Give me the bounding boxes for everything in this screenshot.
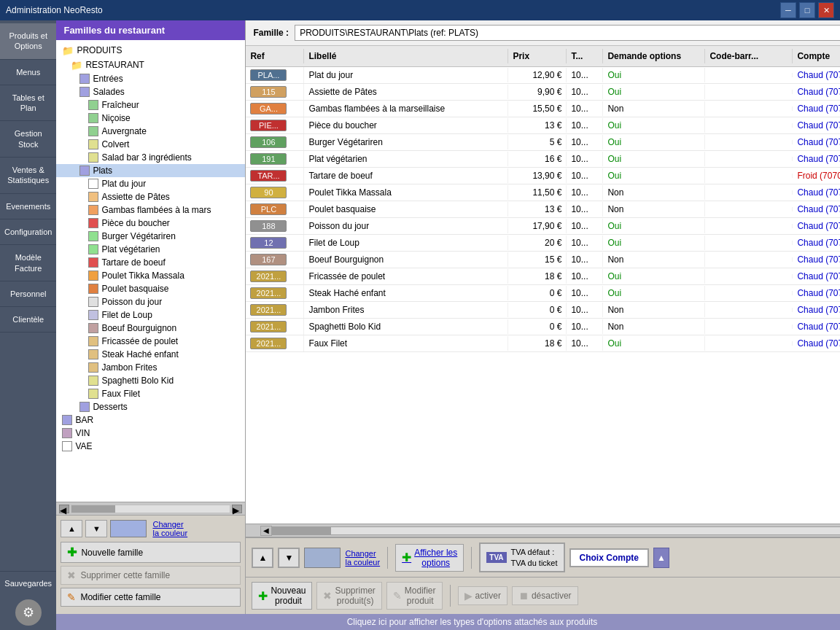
tree-item-boeuf[interactable]: Boeuf Bourguignon: [56, 322, 245, 335]
table-row[interactable]: 106 Burger Végétariren 5 € 10... Oui Cha…: [246, 134, 840, 151]
tree-label: Fraîcheur: [101, 100, 139, 110]
choix-compte-chevron[interactable]: ▲: [653, 548, 669, 568]
cell-compte: Chaud (707002): [793, 286, 840, 300]
tree-content[interactable]: 📁 PRODUITS 📁 RESTAURANT Entrées: [56, 40, 245, 502]
main-horizontal-scrollbar[interactable]: ◀ ▶: [246, 524, 840, 537]
tree-horizontal-scrollbar[interactable]: ◀ ▶: [56, 502, 245, 515]
scrollbar-thumb[interactable]: [71, 505, 115, 513]
tree-item-colvert[interactable]: Colvert: [56, 138, 245, 151]
sidebar-item-clientele[interactable]: Clientèle: [0, 307, 56, 332]
scrollbar-track[interactable]: [272, 526, 840, 535]
table-row[interactable]: PLC Poulet basquaise 13 € 10... Non Chau…: [246, 201, 840, 218]
tree-item-produits[interactable]: 📁 PRODUITS: [56, 43, 245, 58]
tree-item-bar[interactable]: BAR: [56, 413, 245, 427]
sidebar-item-evenements[interactable]: Evenements: [0, 194, 56, 219]
modifier-produit-button[interactable]: ✎ Modifierproduit: [386, 582, 443, 610]
tree-item-platdujour[interactable]: Plat du jour: [56, 177, 245, 190]
table-row[interactable]: 188 Poisson du jour 17,90 € 10... Oui Ch…: [246, 218, 840, 235]
tree-item-auvergnate[interactable]: Auvergnate: [56, 125, 245, 138]
afficher-options-button[interactable]: ✚ Afficher lesoptions: [395, 544, 464, 572]
tree-item-plats[interactable]: Plats: [56, 164, 245, 177]
maximize-button[interactable]: □: [799, 2, 815, 18]
table-row[interactable]: PIE... Pièce du boucher 13 € 10... Oui C…: [246, 117, 840, 134]
tree-item-poisson[interactable]: Poisson du jour: [56, 295, 245, 308]
table-row[interactable]: 2021... Jambon Frites 0 € 10... Non Chau…: [246, 302, 840, 319]
tree-item-desserts[interactable]: Desserts: [56, 400, 245, 413]
nouvelle-famille-button[interactable]: ✚ Nouvelle famille: [61, 542, 241, 563]
sidebar-item-gestion[interactable]: Gestion Stock: [0, 121, 56, 158]
change-color-link[interactable]: Changerla couleur: [345, 549, 380, 567]
tree-item-entrees[interactable]: Entrées: [56, 72, 245, 85]
tree-item-restaurant[interactable]: 📁 RESTAURANT: [56, 58, 245, 72]
table-row[interactable]: 12 Filet de Loup 20 € 10... Oui Chaud (7…: [246, 235, 840, 252]
sidebar-item-menus[interactable]: Menus: [0, 60, 56, 85]
tree-change-color-link[interactable]: Changerla couleur: [152, 520, 187, 537]
sidebar-item-ventes[interactable]: Ventes &Statistiques: [0, 158, 56, 194]
tree-label: Poulet basquaise: [101, 284, 168, 294]
tree-item-platveg[interactable]: Plat végétarien: [56, 243, 245, 256]
tree-item-filet-loup[interactable]: Filet de Loup: [56, 308, 245, 322]
table-row[interactable]: 90 Poulet Tikka Massala 11,50 € 10... No…: [246, 184, 840, 201]
choix-compte-button[interactable]: Choix Compte: [569, 548, 649, 567]
tree-item-jambon[interactable]: Jambon Frites: [56, 361, 245, 374]
tree-item-burger[interactable]: Burger Végétariren: [56, 230, 245, 243]
scrollbar-thumb[interactable]: [273, 527, 331, 534]
product-down-button[interactable]: ▼: [278, 548, 300, 568]
tree-item-piece[interactable]: Pièce du boucher: [56, 217, 245, 230]
sidebar-item-configuration[interactable]: Configuration: [0, 219, 56, 245]
tree-item-fricassee[interactable]: Fricassée de poulet: [56, 335, 245, 348]
table-row[interactable]: 191 Plat végétarien 16 € 10... Oui Chaud…: [246, 151, 840, 168]
scroll-left-button[interactable]: ◀: [59, 505, 69, 513]
cell-ref: 90: [246, 184, 304, 201]
close-button[interactable]: ✕: [818, 2, 834, 18]
settings-icon[interactable]: ⚙: [15, 599, 42, 626]
tree-item-gambas[interactable]: Gambas flambées à la mars: [56, 203, 245, 217]
tree-item-steak[interactable]: Steak Haché enfant: [56, 348, 245, 361]
tree-item-spaghetti[interactable]: Spaghetti Bolo Kid: [56, 374, 245, 387]
modifier-produit-label: Modifierproduit: [405, 586, 436, 606]
product-up-button[interactable]: ▲: [252, 548, 273, 568]
table-row[interactable]: GA... Gambas flambées à la marseillaise …: [246, 101, 840, 117]
tree-item-nicoise[interactable]: Niçoise: [56, 112, 245, 125]
status-bar[interactable]: Cliquez ici pour afficher les types d'op…: [56, 614, 840, 630]
scrollbar-track[interactable]: [71, 505, 230, 513]
sidebar-item-tables[interactable]: Tables et Plan: [0, 85, 56, 122]
tree-item-vae[interactable]: VAE: [56, 440, 245, 453]
minimize-button[interactable]: ─: [780, 2, 796, 18]
nouveau-produit-button[interactable]: ✚ Nouveauproduit: [252, 582, 312, 610]
tree-item-vin[interactable]: VIN: [56, 427, 245, 440]
scroll-right-button[interactable]: ▶: [232, 505, 242, 513]
tree-item-faux-filet[interactable]: Faux Filet: [56, 387, 245, 400]
table-body[interactable]: PLA... Plat du jour 12,90 € 10... Oui Ch…: [246, 67, 840, 524]
tree-item-assiettepates[interactable]: Assiette de Pâtes: [56, 190, 245, 203]
sidebar-item-personnel[interactable]: Personnel: [0, 281, 56, 307]
table-row[interactable]: 2021... Faux Filet 18 € 10... Oui Chaud …: [246, 335, 840, 352]
tree-down-button[interactable]: ▼: [85, 520, 107, 537]
sidebar-item-sauvegardes[interactable]: Sauvegardes: [0, 571, 56, 595]
tree-item-fraicheur[interactable]: Fraîcheur: [56, 98, 245, 112]
scroll-left-button[interactable]: ◀: [260, 526, 272, 536]
supprimer-produits-button[interactable]: ✖ Supprimerproduit(s): [316, 582, 381, 610]
table-row[interactable]: 2021... Spaghetti Bolo Kid 0 € 10... Non…: [246, 319, 840, 335]
table-row[interactable]: 2021... Steak Haché enfant 0 € 10... Oui…: [246, 285, 840, 302]
supprimer-famille-button[interactable]: ✖ Supprimer cette famille: [61, 566, 241, 585]
tree-item-salad3[interactable]: Salad bar 3 ingrédients: [56, 151, 245, 164]
desactiver-button[interactable]: ⏹ désactiver: [512, 586, 578, 605]
sidebar-item-modele[interactable]: Modèle Facture: [0, 245, 56, 281]
cell-ref: 12: [246, 235, 304, 251]
tree-item-salades[interactable]: Salades: [56, 85, 245, 98]
modifier-famille-button[interactable]: ✎ Modifier cette famille: [61, 588, 241, 607]
color-swatch: [88, 257, 98, 268]
tree-up-button[interactable]: ▲: [61, 520, 82, 537]
table-row[interactable]: 115 Assiette de Pâtes 9,90 € 10... Oui C…: [246, 84, 840, 101]
table-row[interactable]: 2021... Fricassée de poulet 18 € 10... O…: [246, 268, 840, 285]
table-row[interactable]: PLA... Plat du jour 12,90 € 10... Oui Ch…: [246, 67, 840, 84]
famille-header: Famille : PRODUITS\RESTAURANT\Plats (ref…: [246, 20, 840, 46]
table-row[interactable]: 167 Boeuf Bourguignon 15 € 10... Non Cha…: [246, 252, 840, 268]
table-row[interactable]: TAR... Tartare de boeuf 13,90 € 10... Ou…: [246, 168, 840, 184]
tree-item-poulet-basq[interactable]: Poulet basquaise: [56, 282, 245, 295]
sidebar-item-produits[interactable]: Produits et Options: [0, 23, 56, 60]
activer-button[interactable]: ▶ activer: [458, 586, 508, 605]
tree-item-poulet-tikka[interactable]: Poulet Tikka Massala: [56, 269, 245, 282]
tree-item-tartare[interactable]: Tartare de boeuf: [56, 256, 245, 269]
